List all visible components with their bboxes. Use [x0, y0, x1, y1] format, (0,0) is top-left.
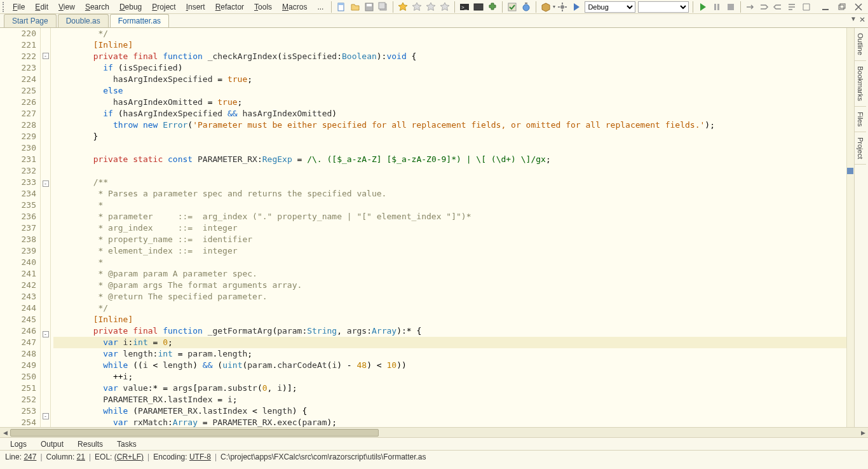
run-to-cursor-icon[interactable]: [787, 2, 797, 12]
star-grey3-icon[interactable]: [440, 2, 450, 12]
line-number[interactable]: 245: [0, 314, 36, 325]
code-line[interactable]: [53, 142, 868, 154]
code-line[interactable]: * arg_index ::= integer: [53, 222, 868, 234]
close-window-icon[interactable]: [853, 2, 864, 12]
code-line[interactable]: */: [53, 302, 868, 314]
close-tab-icon[interactable]: ✕: [859, 15, 865, 24]
line-number[interactable]: 232: [0, 165, 36, 177]
overview-ruler[interactable]: [846, 28, 854, 427]
code-line[interactable]: * @param args The format arguments array…: [53, 280, 868, 291]
step-out-icon[interactable]: [773, 2, 783, 12]
code-line[interactable]: * @param param A parameter spec.: [53, 268, 868, 280]
save-icon[interactable]: [364, 2, 374, 12]
restore-icon[interactable]: [837, 2, 847, 12]
code-line[interactable]: var i:int = 0;: [53, 337, 868, 348]
menu-project[interactable]: Project: [147, 1, 180, 13]
line-number[interactable]: 228: [0, 119, 36, 131]
tab-start-page[interactable]: Start Page: [4, 14, 57, 27]
fold-toggle[interactable]: -: [43, 413, 49, 419]
code-line[interactable]: * @return The specified parameter.: [53, 291, 868, 302]
code-line[interactable]: * element_index ::= integer: [53, 245, 868, 257]
config-select[interactable]: Debug: [585, 1, 635, 13]
line-number[interactable]: 226: [0, 97, 36, 108]
plugin-icon[interactable]: [487, 2, 498, 12]
code-line[interactable]: private final function _getFormatArg(par…: [53, 325, 868, 337]
line-number[interactable]: 221: [0, 39, 36, 51]
code-line[interactable]: *: [53, 200, 868, 211]
star-icon[interactable]: [398, 2, 408, 12]
code-line[interactable]: /**: [53, 177, 868, 188]
line-number[interactable]: 220: [0, 28, 36, 39]
star-grey2-icon[interactable]: [426, 2, 436, 12]
code-line[interactable]: var length:int = param.length;: [53, 348, 868, 360]
pause-icon[interactable]: [712, 2, 722, 12]
line-number[interactable]: 250: [0, 371, 36, 383]
line-number[interactable]: 239: [0, 245, 36, 257]
menu-edit[interactable]: Edit: [30, 1, 53, 13]
menu-refactor[interactable]: Refactor: [210, 1, 249, 13]
code-line[interactable]: while ((i < length) && (uint(param.charC…: [53, 360, 868, 371]
line-number[interactable]: 233: [0, 177, 36, 188]
line-number[interactable]: 243: [0, 291, 36, 302]
line-number[interactable]: 240: [0, 257, 36, 268]
menu-insert[interactable]: Insert: [181, 1, 210, 13]
save-all-icon[interactable]: [378, 2, 388, 12]
line-number[interactable]: 251: [0, 383, 36, 394]
line-number[interactable]: 227: [0, 108, 36, 119]
line-number[interactable]: 244: [0, 302, 36, 314]
code-line[interactable]: * property_name ::= identifier: [53, 234, 868, 245]
target-select[interactable]: [638, 1, 689, 13]
fold-toggle[interactable]: -: [43, 53, 49, 59]
code-line[interactable]: if (hasArgIndexSpecified && hasArgIndexO…: [53, 108, 868, 119]
code-line[interactable]: while (PARAMETER_RX.lastIndex < length) …: [53, 405, 868, 417]
tab-menu-icon[interactable]: ▼: [850, 15, 857, 24]
line-number[interactable]: 247: [0, 337, 36, 348]
code-line[interactable]: [Inline]: [53, 39, 868, 51]
console-icon[interactable]: >_: [459, 2, 470, 12]
line-number[interactable]: 238: [0, 234, 36, 245]
bottom-tab-output[interactable]: Output: [34, 438, 70, 450]
package-icon[interactable]: [541, 2, 551, 12]
step-over-icon[interactable]: [745, 2, 756, 12]
line-number-gutter[interactable]: 2202212222232242252262272282292302312322…: [0, 28, 41, 427]
side-tab-project[interactable]: Project: [855, 132, 866, 165]
toolbar-handle[interactable]: [3, 2, 5, 12]
line-number[interactable]: 249: [0, 360, 36, 371]
line-number[interactable]: 235: [0, 200, 36, 211]
fold-gutter[interactable]: ----: [41, 28, 51, 427]
star-grey-icon[interactable]: [412, 2, 422, 12]
side-tab-files[interactable]: Files: [855, 107, 866, 132]
line-number[interactable]: 224: [0, 74, 36, 85]
code-line[interactable]: * parameter ::= arg_index ("." property_…: [53, 211, 868, 222]
bottom-tab-results[interactable]: Results: [71, 438, 109, 450]
line-number[interactable]: 222: [0, 51, 36, 62]
status-line[interactable]: 247: [24, 452, 36, 461]
fold-toggle[interactable]: -: [43, 180, 49, 187]
code-line[interactable]: var rxMatch:Array = PARAMETER_RX.exec(pa…: [53, 417, 868, 427]
stop-icon[interactable]: [726, 2, 736, 12]
menu-debug[interactable]: Debug: [114, 1, 147, 13]
line-number[interactable]: 229: [0, 131, 36, 142]
line-number[interactable]: 248: [0, 348, 36, 360]
menu-search[interactable]: Search: [80, 1, 114, 13]
code-area[interactable]: */ [Inline] private final function _chec…: [51, 28, 868, 427]
new-file-icon[interactable]: [336, 2, 346, 12]
code-line[interactable]: var value:* = args[param.substr(0, i)];: [53, 383, 868, 394]
line-number[interactable]: 230: [0, 142, 36, 154]
line-number[interactable]: 246: [0, 325, 36, 337]
code-line[interactable]: *: [53, 257, 868, 268]
status-enc[interactable]: UTF-8: [189, 452, 211, 461]
code-line[interactable]: hasArgIndexSpecified = true;: [53, 74, 868, 85]
bottom-tab-logs[interactable]: Logs: [4, 438, 33, 450]
code-line[interactable]: */: [53, 28, 868, 39]
code-line[interactable]: }: [53, 131, 868, 142]
play-icon[interactable]: [571, 2, 581, 12]
tab-double-as[interactable]: Double.as: [58, 14, 109, 27]
side-tab-bookmarks[interactable]: Bookmarks: [855, 61, 866, 107]
code-line[interactable]: if (isSpecified): [53, 62, 868, 74]
scroll-right-icon[interactable]: ▶: [858, 428, 868, 438]
line-number[interactable]: 253: [0, 405, 36, 417]
line-number[interactable]: 242: [0, 280, 36, 291]
code-line[interactable]: else: [53, 85, 868, 97]
gear-icon[interactable]: [557, 2, 567, 12]
